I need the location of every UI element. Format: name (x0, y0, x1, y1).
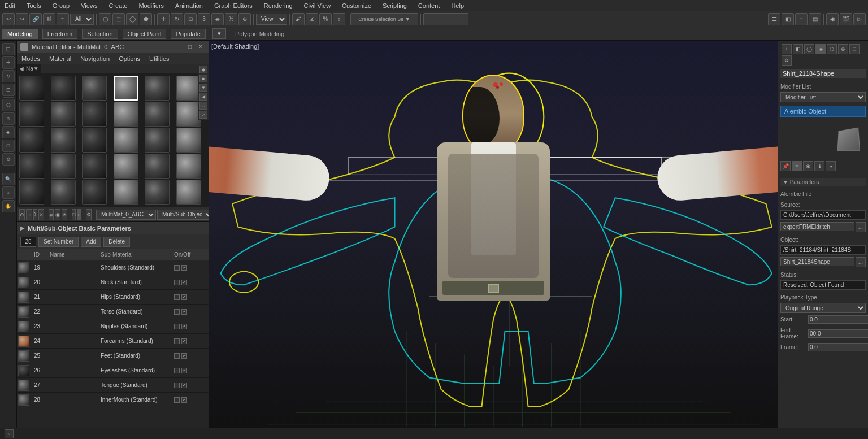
mat-sample-2[interactable] (51, 76, 76, 101)
mat-off-4[interactable] (181, 309, 187, 315)
mat-backlight-btn[interactable]: ☀ (62, 209, 67, 220)
all-dropdown[interactable]: All (70, 14, 94, 25)
brush-btn[interactable]: 🖌 (292, 13, 305, 25)
r-chain-btn[interactable]: ⬥ (826, 161, 836, 171)
snap-btn[interactable]: ⊕ (238, 13, 251, 25)
mat-sample-18[interactable] (176, 128, 201, 153)
link-btn[interactable]: 🔗 (29, 13, 42, 25)
mat-menu-material[interactable]: Material (47, 54, 73, 63)
mat-row-5[interactable]: 23 Nipples (Standard) (17, 319, 209, 334)
mat-sample-5[interactable] (145, 76, 170, 101)
mat-row-10[interactable]: 28 InnerMouth (Standard) (17, 393, 209, 407)
mat-row-4[interactable]: 22 Torso (Standard) (17, 305, 209, 319)
source-input[interactable] (780, 222, 854, 231)
move-btn[interactable]: ✛ (157, 13, 170, 25)
mat-sample-26[interactable] (51, 180, 76, 205)
r-create-btn[interactable]: + (782, 44, 792, 54)
select-filter-icon[interactable]: ▢ (2, 43, 15, 55)
render-btn[interactable]: ▷ (853, 13, 866, 25)
menu-content[interactable]: Content (416, 1, 442, 10)
mat-row-3[interactable]: 21 Hips (Standard) (17, 290, 209, 305)
menu-tools[interactable]: Tools (24, 1, 44, 10)
source-browse-btn[interactable]: … (856, 222, 866, 232)
r-hierarchy-btn[interactable]: ⬡ (827, 44, 837, 54)
mat-side-btn-3[interactable]: ▼ (199, 84, 207, 92)
mat-menu-utilities[interactable]: Utilities (147, 54, 171, 63)
mat-on-9[interactable] (174, 383, 180, 388)
mat-off-9[interactable] (181, 383, 187, 388)
mat-menu-navigation[interactable]: Navigation (78, 54, 112, 63)
r-pin-btn[interactable]: 📌 (780, 161, 791, 171)
tab-object-paint[interactable]: Object Paint (123, 29, 167, 39)
object-browse-btn[interactable]: … (856, 257, 866, 267)
mat-row-6[interactable]: 24 Forearms (Standard) (17, 334, 209, 349)
mat-sample-15[interactable] (82, 128, 107, 153)
mat-sample-25[interactable] (19, 180, 44, 205)
mat-name-dropdown[interactable]: MultiMat_0_ABC (96, 210, 156, 220)
create-sel-btn[interactable]: Create Selection Se ▼ (350, 13, 418, 25)
mat-on-10[interactable] (174, 397, 180, 403)
mat-sample-19[interactable] (19, 154, 44, 179)
mat-sample-9[interactable] (82, 102, 107, 127)
mat-type-btn[interactable]: □ (72, 209, 76, 220)
view-dropdown[interactable]: View (256, 14, 287, 25)
mat-sample-1[interactable] (19, 76, 44, 101)
mat-on-7[interactable] (174, 353, 180, 359)
orbit-icon[interactable]: ○ (2, 186, 15, 199)
mat-sample-28[interactable] (114, 180, 138, 205)
mat-on-3[interactable] (174, 294, 180, 300)
menu-graph-editors[interactable]: Graph Editors (212, 1, 255, 10)
mat-side-btn-4[interactable]: ◀ (199, 93, 207, 101)
mat-side-btn-2[interactable]: ■ (199, 75, 207, 82)
r-utilities-btn[interactable]: ⚙ (782, 55, 792, 66)
mat-sample-27[interactable] (82, 180, 107, 205)
mat-get-btn[interactable]: ⊙ (19, 209, 25, 220)
mat-sample-24[interactable] (176, 154, 201, 179)
alembic-object-entry[interactable]: Alembic Object (780, 106, 866, 117)
r-info-btn[interactable]: ℹ (814, 161, 824, 171)
mat-off-10[interactable] (181, 397, 187, 403)
mat-sample-13[interactable] (19, 128, 44, 153)
redo-btn[interactable]: ↪ (16, 13, 28, 25)
named-sel-input[interactable] (423, 13, 468, 25)
mat-sample-10[interactable] (114, 102, 138, 127)
mat-put-btn[interactable]: → (26, 209, 32, 220)
mat-on-5[interactable] (174, 324, 180, 329)
r-list-btn[interactable]: ≡ (792, 161, 802, 171)
modifier-list-dropdown[interactable]: Modifier List (780, 92, 866, 102)
render-setup-btn[interactable]: 🎬 (840, 13, 852, 25)
menu-rendering[interactable]: Rendering (262, 1, 295, 10)
command-panel-btn[interactable]: ▤ (809, 13, 821, 25)
mat-sample-21[interactable] (82, 154, 107, 179)
percent-snap-btn[interactable]: % (319, 13, 332, 25)
mat-sample-7[interactable] (19, 102, 44, 127)
tab-populate[interactable]: Populate (171, 29, 205, 39)
mat-sample-29[interactable] (145, 180, 170, 205)
mat-sample-30[interactable] (176, 180, 201, 205)
mat-row-2[interactable]: 20 Neck (Standard) (17, 275, 209, 290)
status-expand-btn[interactable]: < (5, 429, 14, 438)
playback-dropdown[interactable]: Original Range (780, 303, 866, 313)
mat-on-6[interactable] (174, 338, 180, 344)
mat-off-8[interactable] (181, 368, 187, 373)
layer-manager-btn[interactable]: ◧ (782, 13, 794, 25)
lasso-select-btn[interactable]: ⬟ (140, 13, 152, 25)
move-icon[interactable]: ✛ (2, 56, 15, 69)
scale-btn[interactable]: ⊡ (184, 13, 197, 25)
delete-btn[interactable]: Delete (103, 237, 130, 247)
menu-group[interactable]: Group (50, 1, 72, 10)
menu-customize[interactable]: Customize (340, 1, 374, 10)
display-icon[interactable]: □ (2, 140, 15, 152)
menu-create[interactable]: Create (106, 1, 129, 10)
mat-side-btn-6[interactable]: ⤢ (199, 111, 207, 119)
motion-icon[interactable]: ◈ (2, 126, 15, 138)
tab-freeform[interactable]: Freeform (42, 29, 78, 39)
mat-menu-modes[interactable]: Modes (19, 54, 42, 63)
mat-side-btn-5[interactable]: ↔ (199, 102, 207, 110)
mat-off-7[interactable] (181, 353, 187, 359)
percent-btn[interactable]: % (225, 13, 237, 25)
mat-sample-14[interactable] (51, 128, 76, 153)
mat-sample-11[interactable] (145, 102, 170, 127)
hierarchy-icon[interactable]: ⊕ (2, 112, 15, 125)
mat-row-1[interactable]: 19 Shoulders (Standard) (17, 260, 209, 275)
